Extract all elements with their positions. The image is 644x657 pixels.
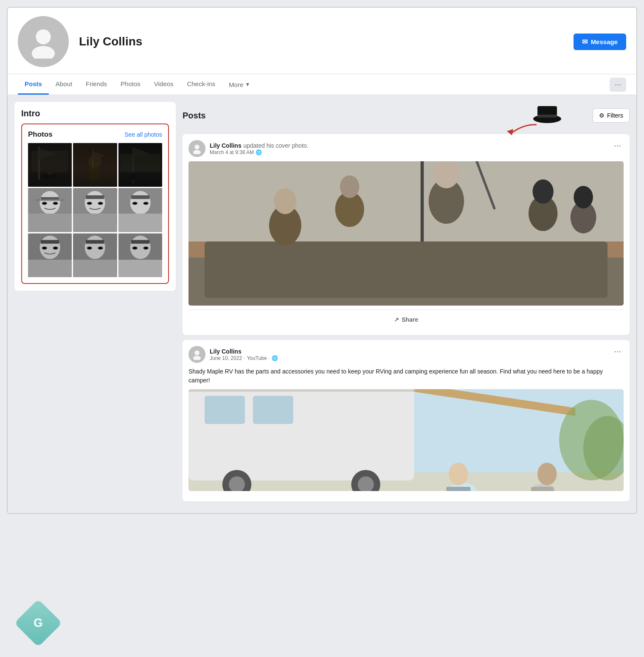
post-card-2: Lily Collins June 10, 2022 · YouTube · 🌐 bbox=[183, 340, 630, 501]
photo-item[interactable] bbox=[118, 143, 162, 187]
nav-more-button[interactable]: More ▼ bbox=[222, 75, 257, 94]
svg-point-23 bbox=[54, 202, 57, 204]
svg-point-55 bbox=[88, 247, 91, 249]
post-info-2: Lily Collins June 10, 2022 · YouTube · 🌐 bbox=[210, 348, 278, 361]
photo-item[interactable] bbox=[28, 188, 72, 232]
photo-item[interactable] bbox=[73, 233, 117, 277]
svg-rect-49 bbox=[41, 240, 59, 244]
tab-videos[interactable]: Videos bbox=[147, 74, 180, 95]
globe-icon-2: 🌐 bbox=[272, 355, 278, 361]
post-meta-1: Lily Collins updated his cover photo. Ma… bbox=[188, 140, 624, 157]
photo-item[interactable] bbox=[118, 188, 162, 232]
tab-posts[interactable]: Posts bbox=[18, 74, 49, 95]
svg-rect-106 bbox=[531, 487, 554, 491]
tab-photos[interactable]: Photos bbox=[114, 74, 147, 95]
nav-dots-button[interactable]: ··· bbox=[610, 78, 626, 92]
see-all-photos-link[interactable]: See all photos bbox=[124, 131, 162, 138]
photo-item[interactable] bbox=[28, 143, 72, 187]
right-column: Posts bbox=[183, 102, 630, 506]
svg-rect-105 bbox=[446, 487, 470, 491]
svg-rect-34 bbox=[73, 214, 117, 232]
posts-title: Posts bbox=[183, 111, 205, 121]
svg-rect-42 bbox=[118, 214, 162, 232]
chevron-down-icon: ▼ bbox=[245, 81, 250, 87]
post-avatar-1 bbox=[188, 140, 205, 157]
post-info-1: Lily Collins updated his cover photo. Ma… bbox=[210, 142, 308, 155]
post-image-1 bbox=[188, 161, 624, 306]
svg-point-0 bbox=[36, 29, 51, 44]
svg-point-39 bbox=[133, 202, 136, 204]
watermark-letter: G bbox=[34, 616, 43, 630]
photos-grid bbox=[28, 143, 162, 277]
svg-rect-25 bbox=[35, 199, 65, 201]
svg-point-64 bbox=[144, 247, 147, 249]
post-meta-left-2: Lily Collins June 10, 2022 · YouTube · 🌐 bbox=[188, 346, 278, 363]
svg-point-22 bbox=[43, 202, 46, 204]
photos-title: Photos bbox=[28, 130, 53, 139]
svg-point-104 bbox=[537, 463, 557, 485]
spy-hat-icon bbox=[532, 102, 562, 129]
tab-friends[interactable]: Friends bbox=[79, 74, 114, 95]
photo-item[interactable] bbox=[28, 233, 72, 277]
svg-rect-66 bbox=[118, 260, 162, 277]
post-image-2 bbox=[188, 389, 624, 491]
svg-rect-58 bbox=[73, 260, 117, 277]
svg-point-17 bbox=[129, 172, 136, 180]
post-meta-left-1: Lily Collins updated his cover photo. Ma… bbox=[188, 140, 308, 157]
post-name-2: Lily Collins bbox=[210, 348, 278, 355]
post-meta-2: Lily Collins June 10, 2022 · YouTube · 🌐 bbox=[188, 346, 624, 363]
svg-point-72 bbox=[194, 145, 199, 149]
svg-rect-65 bbox=[131, 240, 149, 244]
filters-icon: ⚙ bbox=[599, 112, 605, 119]
svg-point-89 bbox=[533, 180, 554, 204]
svg-rect-33 bbox=[86, 196, 104, 199]
svg-point-56 bbox=[99, 247, 102, 249]
post-avatar-2 bbox=[188, 346, 205, 363]
svg-point-73 bbox=[193, 150, 201, 154]
post-card-1: Lily Collins updated his cover photo. Ma… bbox=[183, 134, 630, 335]
svg-point-1 bbox=[32, 46, 55, 59]
message-icon: ✉ bbox=[582, 38, 588, 46]
tab-about[interactable]: About bbox=[49, 74, 79, 95]
svg-point-40 bbox=[144, 202, 147, 204]
photo-item[interactable] bbox=[73, 188, 117, 232]
svg-rect-10 bbox=[90, 167, 101, 181]
tab-checkins[interactable]: Check-ins bbox=[180, 74, 222, 95]
svg-point-92 bbox=[194, 351, 199, 355]
photo-item[interactable] bbox=[73, 143, 117, 187]
post-text-2: Shady Maple RV has the parts and accesso… bbox=[188, 367, 624, 385]
share-button-1[interactable]: ↗ Share bbox=[387, 314, 425, 326]
svg-rect-78 bbox=[205, 241, 607, 298]
left-column: Intro Photos See all photos bbox=[14, 102, 176, 506]
post-author-1: Lily Collins bbox=[210, 142, 242, 149]
post-options-1[interactable]: ··· bbox=[611, 140, 624, 150]
svg-point-93 bbox=[193, 356, 201, 360]
svg-rect-97 bbox=[188, 389, 414, 392]
svg-point-91 bbox=[574, 186, 593, 208]
photo-item[interactable] bbox=[118, 233, 162, 277]
message-button[interactable]: ✉ Message bbox=[574, 34, 626, 50]
dot-separator: · bbox=[244, 355, 245, 361]
globe-icon-1: 🌐 bbox=[256, 149, 262, 155]
svg-point-47 bbox=[43, 247, 46, 249]
filters-button[interactable]: ⚙ Filters bbox=[593, 108, 630, 123]
profile-nav: Posts About Friends Photos Videos Check-… bbox=[8, 74, 636, 95]
svg-rect-41 bbox=[131, 196, 149, 199]
svg-point-7 bbox=[45, 166, 54, 175]
svg-point-82 bbox=[340, 175, 360, 198]
svg-marker-71 bbox=[507, 129, 513, 135]
svg-point-63 bbox=[133, 247, 136, 249]
share-row-1: ↗ Share bbox=[188, 310, 624, 329]
filters-label: Filters bbox=[607, 112, 623, 119]
svg-rect-50 bbox=[28, 260, 72, 277]
svg-rect-99 bbox=[253, 396, 293, 424]
profile-avatar bbox=[18, 16, 69, 67]
svg-point-80 bbox=[274, 188, 296, 214]
svg-point-32 bbox=[99, 202, 102, 204]
dot-separator-2: · bbox=[269, 355, 270, 361]
intro-card: Intro Photos See all photos bbox=[14, 102, 176, 291]
intro-title: Intro bbox=[21, 109, 169, 118]
post-options-2[interactable]: ··· bbox=[611, 346, 624, 356]
posts-header: Posts bbox=[183, 102, 630, 129]
svg-point-31 bbox=[88, 202, 91, 204]
